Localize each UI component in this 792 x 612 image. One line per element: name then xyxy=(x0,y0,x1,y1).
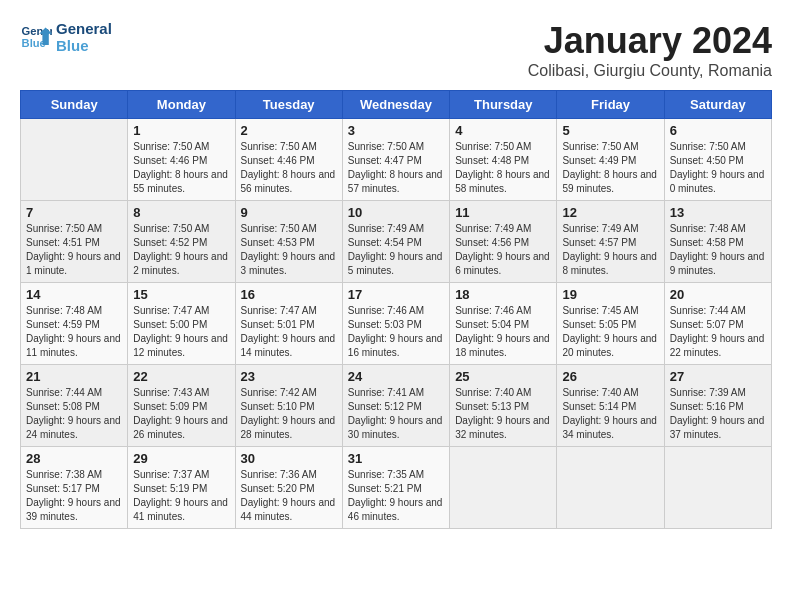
day-number: 28 xyxy=(26,451,122,466)
day-number: 25 xyxy=(455,369,551,384)
day-number: 17 xyxy=(348,287,444,302)
calendar-table: SundayMondayTuesdayWednesdayThursdayFrid… xyxy=(20,90,772,529)
calendar-cell: 24Sunrise: 7:41 AMSunset: 5:12 PMDayligh… xyxy=(342,365,449,447)
calendar-cell: 25Sunrise: 7:40 AMSunset: 5:13 PMDayligh… xyxy=(450,365,557,447)
calendar-cell: 15Sunrise: 7:47 AMSunset: 5:00 PMDayligh… xyxy=(128,283,235,365)
column-header-saturday: Saturday xyxy=(664,91,771,119)
day-number: 30 xyxy=(241,451,337,466)
calendar-cell: 16Sunrise: 7:47 AMSunset: 5:01 PMDayligh… xyxy=(235,283,342,365)
calendar-cell: 28Sunrise: 7:38 AMSunset: 5:17 PMDayligh… xyxy=(21,447,128,529)
column-header-thursday: Thursday xyxy=(450,91,557,119)
day-number: 4 xyxy=(455,123,551,138)
header-row: SundayMondayTuesdayWednesdayThursdayFrid… xyxy=(21,91,772,119)
calendar-cell: 22Sunrise: 7:43 AMSunset: 5:09 PMDayligh… xyxy=(128,365,235,447)
column-header-wednesday: Wednesday xyxy=(342,91,449,119)
day-info: Sunrise: 7:40 AMSunset: 5:13 PMDaylight:… xyxy=(455,386,551,442)
calendar-cell: 27Sunrise: 7:39 AMSunset: 5:16 PMDayligh… xyxy=(664,365,771,447)
day-info: Sunrise: 7:50 AMSunset: 4:46 PMDaylight:… xyxy=(133,140,229,196)
sub-title: Colibasi, Giurgiu County, Romania xyxy=(528,62,772,80)
calendar-cell: 3Sunrise: 7:50 AMSunset: 4:47 PMDaylight… xyxy=(342,119,449,201)
calendar-cell: 10Sunrise: 7:49 AMSunset: 4:54 PMDayligh… xyxy=(342,201,449,283)
calendar-cell: 20Sunrise: 7:44 AMSunset: 5:07 PMDayligh… xyxy=(664,283,771,365)
day-info: Sunrise: 7:39 AMSunset: 5:16 PMDaylight:… xyxy=(670,386,766,442)
day-info: Sunrise: 7:47 AMSunset: 5:00 PMDaylight:… xyxy=(133,304,229,360)
day-info: Sunrise: 7:36 AMSunset: 5:20 PMDaylight:… xyxy=(241,468,337,524)
day-number: 7 xyxy=(26,205,122,220)
week-row-5: 28Sunrise: 7:38 AMSunset: 5:17 PMDayligh… xyxy=(21,447,772,529)
day-info: Sunrise: 7:43 AMSunset: 5:09 PMDaylight:… xyxy=(133,386,229,442)
day-info: Sunrise: 7:46 AMSunset: 5:03 PMDaylight:… xyxy=(348,304,444,360)
day-info: Sunrise: 7:38 AMSunset: 5:17 PMDaylight:… xyxy=(26,468,122,524)
day-info: Sunrise: 7:47 AMSunset: 5:01 PMDaylight:… xyxy=(241,304,337,360)
day-info: Sunrise: 7:50 AMSunset: 4:50 PMDaylight:… xyxy=(670,140,766,196)
svg-text:Blue: Blue xyxy=(22,37,46,49)
day-number: 8 xyxy=(133,205,229,220)
day-number: 29 xyxy=(133,451,229,466)
day-number: 5 xyxy=(562,123,658,138)
day-info: Sunrise: 7:41 AMSunset: 5:12 PMDaylight:… xyxy=(348,386,444,442)
week-row-1: 1Sunrise: 7:50 AMSunset: 4:46 PMDaylight… xyxy=(21,119,772,201)
day-number: 9 xyxy=(241,205,337,220)
week-row-2: 7Sunrise: 7:50 AMSunset: 4:51 PMDaylight… xyxy=(21,201,772,283)
day-info: Sunrise: 7:50 AMSunset: 4:52 PMDaylight:… xyxy=(133,222,229,278)
calendar-cell: 29Sunrise: 7:37 AMSunset: 5:19 PMDayligh… xyxy=(128,447,235,529)
day-info: Sunrise: 7:46 AMSunset: 5:04 PMDaylight:… xyxy=(455,304,551,360)
calendar-cell: 31Sunrise: 7:35 AMSunset: 5:21 PMDayligh… xyxy=(342,447,449,529)
day-number: 31 xyxy=(348,451,444,466)
calendar-cell: 5Sunrise: 7:50 AMSunset: 4:49 PMDaylight… xyxy=(557,119,664,201)
calendar-cell: 11Sunrise: 7:49 AMSunset: 4:56 PMDayligh… xyxy=(450,201,557,283)
day-info: Sunrise: 7:37 AMSunset: 5:19 PMDaylight:… xyxy=(133,468,229,524)
logo: General Blue General Blue xyxy=(20,20,112,54)
day-number: 2 xyxy=(241,123,337,138)
day-info: Sunrise: 7:49 AMSunset: 4:54 PMDaylight:… xyxy=(348,222,444,278)
column-header-monday: Monday xyxy=(128,91,235,119)
day-info: Sunrise: 7:50 AMSunset: 4:46 PMDaylight:… xyxy=(241,140,337,196)
calendar-cell: 9Sunrise: 7:50 AMSunset: 4:53 PMDaylight… xyxy=(235,201,342,283)
logo-blue: Blue xyxy=(56,37,112,54)
day-info: Sunrise: 7:50 AMSunset: 4:47 PMDaylight:… xyxy=(348,140,444,196)
header: General Blue General Blue January 2024 C… xyxy=(20,20,772,80)
day-number: 18 xyxy=(455,287,551,302)
day-number: 15 xyxy=(133,287,229,302)
day-number: 12 xyxy=(562,205,658,220)
calendar-cell xyxy=(557,447,664,529)
calendar-cell xyxy=(21,119,128,201)
calendar-cell: 23Sunrise: 7:42 AMSunset: 5:10 PMDayligh… xyxy=(235,365,342,447)
calendar-cell: 8Sunrise: 7:50 AMSunset: 4:52 PMDaylight… xyxy=(128,201,235,283)
calendar-cell: 21Sunrise: 7:44 AMSunset: 5:08 PMDayligh… xyxy=(21,365,128,447)
day-info: Sunrise: 7:40 AMSunset: 5:14 PMDaylight:… xyxy=(562,386,658,442)
week-row-4: 21Sunrise: 7:44 AMSunset: 5:08 PMDayligh… xyxy=(21,365,772,447)
calendar-cell: 4Sunrise: 7:50 AMSunset: 4:48 PMDaylight… xyxy=(450,119,557,201)
day-number: 16 xyxy=(241,287,337,302)
logo-icon: General Blue xyxy=(20,21,52,53)
day-info: Sunrise: 7:50 AMSunset: 4:51 PMDaylight:… xyxy=(26,222,122,278)
day-number: 11 xyxy=(455,205,551,220)
day-number: 22 xyxy=(133,369,229,384)
column-header-friday: Friday xyxy=(557,91,664,119)
day-info: Sunrise: 7:44 AMSunset: 5:08 PMDaylight:… xyxy=(26,386,122,442)
calendar-cell: 7Sunrise: 7:50 AMSunset: 4:51 PMDaylight… xyxy=(21,201,128,283)
calendar-cell: 17Sunrise: 7:46 AMSunset: 5:03 PMDayligh… xyxy=(342,283,449,365)
day-number: 6 xyxy=(670,123,766,138)
day-number: 10 xyxy=(348,205,444,220)
day-info: Sunrise: 7:35 AMSunset: 5:21 PMDaylight:… xyxy=(348,468,444,524)
calendar-cell xyxy=(450,447,557,529)
column-header-tuesday: Tuesday xyxy=(235,91,342,119)
day-number: 27 xyxy=(670,369,766,384)
calendar-cell: 2Sunrise: 7:50 AMSunset: 4:46 PMDaylight… xyxy=(235,119,342,201)
day-number: 23 xyxy=(241,369,337,384)
day-info: Sunrise: 7:42 AMSunset: 5:10 PMDaylight:… xyxy=(241,386,337,442)
day-number: 20 xyxy=(670,287,766,302)
day-info: Sunrise: 7:50 AMSunset: 4:53 PMDaylight:… xyxy=(241,222,337,278)
calendar-cell: 13Sunrise: 7:48 AMSunset: 4:58 PMDayligh… xyxy=(664,201,771,283)
day-number: 1 xyxy=(133,123,229,138)
day-number: 14 xyxy=(26,287,122,302)
day-number: 13 xyxy=(670,205,766,220)
day-number: 26 xyxy=(562,369,658,384)
day-info: Sunrise: 7:50 AMSunset: 4:49 PMDaylight:… xyxy=(562,140,658,196)
day-info: Sunrise: 7:50 AMSunset: 4:48 PMDaylight:… xyxy=(455,140,551,196)
calendar-cell: 6Sunrise: 7:50 AMSunset: 4:50 PMDaylight… xyxy=(664,119,771,201)
main-title: January 2024 xyxy=(528,20,772,62)
day-info: Sunrise: 7:49 AMSunset: 4:56 PMDaylight:… xyxy=(455,222,551,278)
day-info: Sunrise: 7:44 AMSunset: 5:07 PMDaylight:… xyxy=(670,304,766,360)
